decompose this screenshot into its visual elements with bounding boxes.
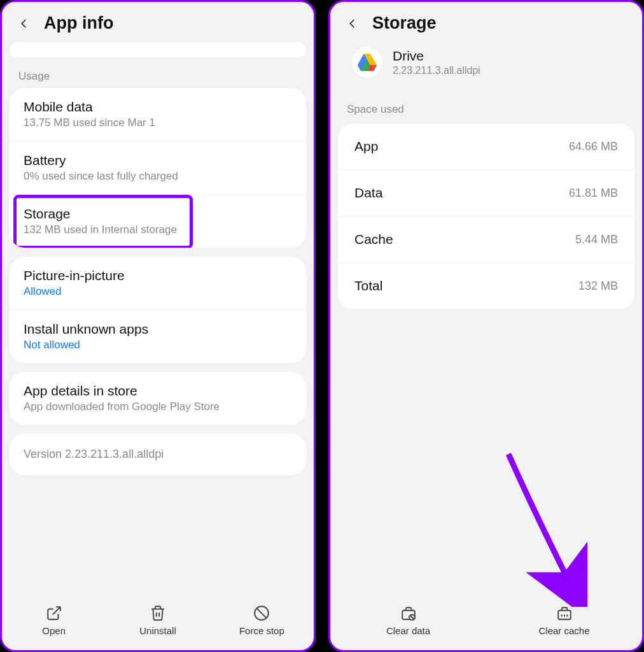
data-size-row: Data 61.81 MB <box>338 170 634 216</box>
row-subtitle: 13.75 MB used since Mar 1 <box>24 117 292 129</box>
row-subtitle: App downloaded from Google Play Store <box>24 400 292 413</box>
uninstall-button[interactable]: Uninstall <box>106 605 209 636</box>
app-summary: Drive 2.23.211.3.all.alldpi <box>338 42 634 90</box>
button-label: Force stop <box>239 625 284 636</box>
row-value: 132 MB <box>578 280 618 293</box>
total-size-row: Total 132 MB <box>338 263 634 309</box>
page-title: Storage <box>372 13 437 33</box>
usage-section-label: Usage <box>10 65 306 88</box>
mobile-data-row[interactable]: Mobile data 13.75 MB used since Mar 1 <box>10 88 306 141</box>
row-title: Mobile data <box>24 99 292 115</box>
row-subtitle: 132 MB used in Internal storage <box>24 223 292 236</box>
install-unknown-row[interactable]: Install unknown apps Not allowed <box>10 310 306 363</box>
version-card: Version 2.23.211.3.all.alldpi <box>10 434 306 475</box>
clear-data-button[interactable]: Clear data <box>330 605 486 636</box>
drive-app-icon <box>352 47 382 78</box>
back-icon[interactable] <box>346 17 360 31</box>
row-label: App <box>354 139 378 154</box>
app-text: Drive 2.23.211.3.all.alldpi <box>393 48 480 76</box>
pip-row[interactable]: Picture-in-picture Allowed <box>10 257 306 310</box>
app-name: Drive <box>393 48 480 64</box>
row-value: 64.66 MB <box>569 140 618 153</box>
row-value: 61.81 MB <box>569 187 618 200</box>
trash-icon <box>150 605 166 621</box>
bottom-action-bar: Open Uninstall Force stop <box>2 599 314 650</box>
row-label: Total <box>354 278 382 294</box>
app-details-row[interactable]: App details in store App downloaded from… <box>10 372 306 425</box>
content: Drive 2.23.211.3.all.alldpi Space used A… <box>330 42 642 599</box>
open-icon <box>46 605 62 621</box>
clear-data-icon <box>400 605 417 621</box>
store-details-card: App details in store App downloaded from… <box>10 372 306 425</box>
version-text: Version 2.23.211.3.all.alldpi <box>24 448 292 461</box>
usage-card: Mobile data 13.75 MB used since Mar 1 Ba… <box>10 88 306 248</box>
button-label: Uninstall <box>139 625 176 636</box>
row-subtitle: 0% used since last fully charged <box>24 170 292 183</box>
storage-row[interactable]: Storage 132 MB used in Internal storage <box>10 195 306 248</box>
row-title: Storage <box>24 206 292 222</box>
row-title: App details in store <box>24 383 292 399</box>
button-label: Open <box>42 625 66 636</box>
force-stop-button[interactable]: Force stop <box>210 605 314 636</box>
clear-cache-button[interactable]: Clear cache <box>486 605 642 636</box>
app-size-row: App 64.66 MB <box>338 124 634 170</box>
space-used-card: App 64.66 MB Data 61.81 MB Cache 5.44 MB… <box>338 124 634 309</box>
app-info-screen: App info Usage Mobile data 13.75 MB used… <box>0 0 316 652</box>
row-subtitle: Allowed <box>24 285 292 298</box>
battery-row[interactable]: Battery 0% used since last fully charged <box>10 141 306 195</box>
stop-icon <box>253 605 270 621</box>
back-icon[interactable] <box>17 17 31 31</box>
cache-size-row: Cache 5.44 MB <box>338 216 634 263</box>
open-button[interactable]: Open <box>2 605 106 636</box>
row-title: Battery <box>24 153 292 168</box>
content: Usage Mobile data 13.75 MB used since Ma… <box>2 42 314 599</box>
clear-cache-icon <box>556 605 573 621</box>
app-version: 2.23.211.3.all.alldpi <box>393 65 480 76</box>
bottom-action-bar: Clear data Clear cache <box>330 599 642 650</box>
space-used-label: Space used <box>338 90 634 124</box>
row-value: 5.44 MB <box>575 233 618 246</box>
button-label: Clear cache <box>538 625 589 636</box>
row-subtitle: Not allowed <box>24 339 292 351</box>
svg-line-3 <box>256 608 267 618</box>
button-label: Clear data <box>386 625 430 636</box>
previous-card-edge <box>10 42 306 57</box>
page-title: App info <box>44 13 113 33</box>
row-label: Cache <box>354 232 393 247</box>
storage-screen: Storage Drive 2.23.211.3.all.alldp <box>328 0 644 652</box>
row-label: Data <box>354 185 382 201</box>
header: App info <box>2 2 314 42</box>
permissions-card: Picture-in-picture Allowed Install unkno… <box>10 257 306 363</box>
header: Storage <box>330 2 642 42</box>
row-title: Install unknown apps <box>24 322 292 337</box>
row-title: Picture-in-picture <box>24 268 292 283</box>
